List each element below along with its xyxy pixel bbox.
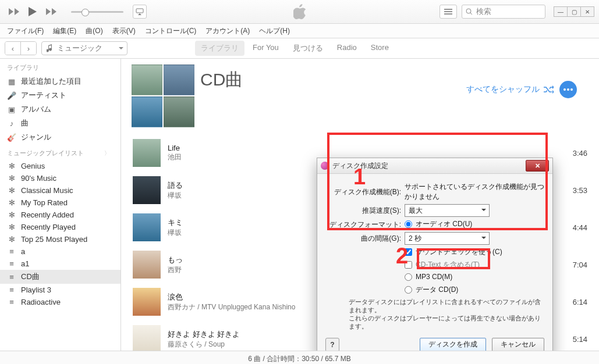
maximize-button[interactable]: ▢ <box>568 6 581 17</box>
track-artwork <box>133 288 161 316</box>
menubar: ファイル(F) 編集(E) 曲(O) 表示(V) コントロール(C) アカウント… <box>0 24 599 38</box>
sidebar-item-playlist[interactable]: ≡Playlist 3 <box>0 284 120 296</box>
sidebar-item-artists[interactable]: 🎤アーティスト <box>0 88 120 102</box>
note-icon: ♪ <box>7 119 16 128</box>
main-content: CD曲 すべてをシャッフル Life池田3:46語る欅坂3:53キミ欅坂2016… <box>121 59 599 351</box>
svg-point-4 <box>567 88 569 91</box>
soundcheck-label: サウンドチェックを使う(C) <box>416 247 502 257</box>
burn-disc-dialog: ディスク作成設定 ✕ ディスク作成機能(B): サポートされているディスク作成機… <box>317 158 553 351</box>
speed-select[interactable]: 最大 <box>405 204 490 217</box>
status-bar: 6 曲 / 合計時間：30:50 / 65.7 MB <box>0 351 599 364</box>
sidebar-item-playlist[interactable]: ✻Genius <box>0 160 120 172</box>
track-duration: 5:14 <box>558 335 587 344</box>
gear-icon: ✻ <box>7 223 16 231</box>
sidebar-heading-library: ライブラリ <box>0 59 120 74</box>
tab-library[interactable]: ライブラリ <box>195 41 244 56</box>
tab-store[interactable]: Store <box>365 41 395 56</box>
history-nav: ‹ › <box>5 41 37 55</box>
svg-line-2 <box>470 13 472 15</box>
playlist-icon: ≡ <box>7 298 16 306</box>
playlist-header: CD曲 すべてをシャッフル <box>121 59 599 127</box>
format-audio-radio[interactable]: オーディオ CD(U) <box>405 219 472 229</box>
sidebar-item-playlist[interactable]: ✻Top 25 Most Played <box>0 233 120 245</box>
dialog-help-button[interactable]: ? <box>325 338 339 351</box>
mic-icon: 🎤 <box>7 91 16 100</box>
apple-logo-icon <box>293 4 306 19</box>
sidebar-item-playlist[interactable]: ≡a <box>0 245 120 258</box>
dots-icon <box>563 88 573 91</box>
minimize-button[interactable]: — <box>554 6 568 17</box>
next-track-button[interactable] <box>45 8 57 16</box>
track-artwork <box>133 325 161 351</box>
format-audio-label: オーディオ CD(U) <box>416 219 472 229</box>
secondary-nav: ‹ › ミュージック ライブラリ For You 見つける Radio Stor… <box>0 38 599 59</box>
sidebar-item-recently-added[interactable]: ▦最近追加した項目 <box>0 74 120 88</box>
sidebar-item-songs[interactable]: ♪曲 <box>0 116 120 130</box>
track-artwork <box>133 251 161 279</box>
dialog-cancel-button[interactable]: キャンセル <box>492 338 544 351</box>
track-duration: 3:46 <box>558 149 587 158</box>
track-duration: 7:04 <box>558 260 587 269</box>
sidebar-item-label: ジャンル <box>21 132 51 142</box>
format-mp3-radio[interactable]: MP3 CD(M) <box>405 273 452 281</box>
gear-icon: ✻ <box>7 235 16 244</box>
shuffle-all-button[interactable]: すべてをシャッフル <box>466 84 554 95</box>
track-duration: 6:14 <box>558 298 587 306</box>
window-controls: — ▢ ✕ <box>554 6 594 17</box>
sidebar-item-playlist[interactable]: ✻90's Music <box>0 172 120 184</box>
title-bar: 検索 — ▢ ✕ <box>0 0 599 24</box>
sidebar-item-label: Radioactive <box>21 298 61 306</box>
view-tabs: ライブラリ For You 見つける Radio Store <box>195 41 395 56</box>
speed-label: 推奨速度(S): <box>325 206 401 216</box>
cdtext-checkbox[interactable]: CD-Text を含める(T) <box>405 260 480 270</box>
sidebar-item-label: My Top Rated <box>21 198 68 207</box>
sidebar-item-genres[interactable]: 🎸ジャンル <box>0 130 120 144</box>
dialog-titlebar[interactable]: ディスク作成設定 ✕ <box>317 158 552 174</box>
track-title: Life <box>168 144 412 152</box>
library-type-select[interactable]: ミュージック <box>41 41 127 55</box>
tab-radio[interactable]: Radio <box>331 41 363 56</box>
dialog-close-button[interactable]: ✕ <box>526 160 549 172</box>
menu-help[interactable]: ヘルプ(H) <box>257 25 292 37</box>
sidebar-item-playlist[interactable]: ≡Radioactive <box>0 296 120 308</box>
menu-edit[interactable]: 編集(E) <box>51 25 79 37</box>
volume-slider[interactable] <box>71 11 123 13</box>
menu-controls[interactable]: コントロール(C) <box>143 25 199 37</box>
volume-thumb[interactable] <box>81 9 89 16</box>
soundcheck-checkbox[interactable]: サウンドチェックを使う(C) <box>405 247 502 257</box>
back-button[interactable]: ‹ <box>5 42 20 55</box>
menu-view[interactable]: 表示(V) <box>110 25 138 37</box>
sidebar-heading-playlists: ミュージックプレイリスト 〉 <box>0 144 120 160</box>
airplay-button[interactable] <box>133 5 147 19</box>
gap-label: 曲の間隔(G): <box>325 234 401 244</box>
search-input[interactable]: 検索 <box>462 5 545 19</box>
shuffle-label: すべてをシャッフル <box>466 84 540 95</box>
prev-track-button[interactable] <box>8 8 20 16</box>
play-button[interactable] <box>28 6 37 17</box>
dialog-burn-button[interactable]: ディスクを作成 <box>420 338 486 351</box>
close-button[interactable]: ✕ <box>581 6 594 17</box>
chevron-right-icon[interactable]: 〉 <box>104 149 110 158</box>
svg-point-3 <box>563 88 566 91</box>
menu-account[interactable]: アカウント(A) <box>203 25 252 37</box>
tab-browse[interactable]: 見つける <box>287 41 329 56</box>
sidebar-item-label: CD曲 <box>21 272 40 282</box>
music-note-icon <box>47 44 54 52</box>
sidebar-library-list: ▦最近追加した項目 🎤アーティスト ▣アルバム ♪曲 🎸ジャンル <box>0 74 120 144</box>
tab-foryou[interactable]: For You <box>247 41 285 56</box>
sidebar-item-playlist[interactable]: ✻Recently Played <box>0 221 120 233</box>
sidebar-item-albums[interactable]: ▣アルバム <box>0 102 120 116</box>
menu-file[interactable]: ファイル(F) <box>5 25 46 37</box>
gap-select[interactable]: 2 秒 <box>405 232 490 245</box>
more-actions-button[interactable] <box>559 81 577 98</box>
svg-point-1 <box>466 9 471 13</box>
sidebar-item-playlist[interactable]: ✻Recently Added <box>0 209 120 221</box>
list-view-button[interactable] <box>439 5 457 19</box>
menu-song[interactable]: 曲(O) <box>83 25 105 37</box>
sidebar-item-playlist[interactable]: ✻My Top Rated <box>0 197 120 209</box>
forward-button[interactable]: › <box>20 42 36 55</box>
sidebar-item-playlist[interactable]: ✻Classical Music <box>0 184 120 197</box>
sidebar-item-playlist[interactable]: ≡a1 <box>0 258 120 270</box>
sidebar-item-playlist[interactable]: ≡CD曲 <box>0 270 120 284</box>
format-data-radio[interactable]: データ CD(D) <box>405 285 458 295</box>
